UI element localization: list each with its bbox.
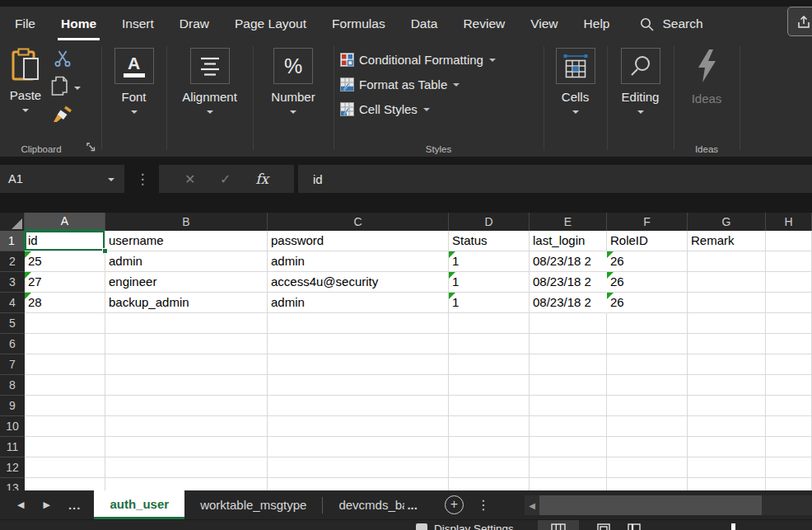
cell-E9[interactable] <box>530 396 607 416</box>
cell-C1[interactable]: password <box>268 231 449 251</box>
cell-B12[interactable] <box>105 457 268 478</box>
cell-A11[interactable] <box>25 437 105 457</box>
cell-A3[interactable]: 27 <box>25 272 105 293</box>
row-header-7[interactable]: 7 <box>0 354 25 375</box>
name-box[interactable]: A1 <box>0 165 124 193</box>
cell-styles-button[interactable]: Cell Styles <box>334 96 544 121</box>
cell-G1[interactable]: Remark <box>688 231 766 251</box>
cell-B8[interactable] <box>105 375 268 396</box>
cell-F11[interactable] <box>607 437 688 457</box>
menu-item-insert[interactable]: Insert <box>120 13 156 35</box>
cell-G3[interactable] <box>688 272 766 293</box>
cell-G9[interactable] <box>688 396 766 416</box>
cell-D4[interactable]: 1 <box>449 293 530 313</box>
insert-function-icon[interactable]: fx <box>255 171 268 187</box>
cell-E7[interactable] <box>530 354 607 375</box>
cell-D2[interactable]: 1 <box>449 251 530 272</box>
cell-G2[interactable] <box>688 251 766 272</box>
column-header-A[interactable]: A <box>25 213 105 231</box>
copy-button[interactable] <box>46 74 86 99</box>
row-header-10[interactable]: 10 <box>0 416 25 437</box>
cell-D11[interactable] <box>449 437 530 457</box>
cell-A1[interactable]: id <box>25 231 105 251</box>
cell-F5[interactable] <box>607 313 688 334</box>
row-header-9[interactable]: 9 <box>0 396 25 416</box>
font-group-button[interactable]: A Font <box>101 41 166 114</box>
cell-C4[interactable]: admin <box>268 293 449 313</box>
cell-F9[interactable] <box>607 396 688 416</box>
tab-more-dots-icon[interactable]: ⋮ <box>477 497 490 513</box>
column-header-C[interactable]: C <box>268 213 449 231</box>
cell-D1[interactable]: Status <box>449 231 530 251</box>
cell-G4[interactable] <box>688 293 766 313</box>
column-header-E[interactable]: E <box>530 213 607 231</box>
cell-C6[interactable] <box>268 334 449 354</box>
cell-B7[interactable] <box>105 354 268 375</box>
cell-H13[interactable] <box>766 478 812 490</box>
row-header-3[interactable]: 3 <box>0 272 25 293</box>
cell-A6[interactable] <box>25 334 105 354</box>
format-as-table-button[interactable]: Format as Table <box>334 72 544 96</box>
cell-C7[interactable] <box>268 354 449 375</box>
cell-H3[interactable] <box>766 272 812 293</box>
cell-A10[interactable] <box>25 416 105 437</box>
cell-B9[interactable] <box>105 396 268 416</box>
cell-G13[interactable] <box>688 478 766 490</box>
copy-dropdown-caret[interactable] <box>74 87 81 90</box>
column-header-H[interactable]: H <box>766 213 812 231</box>
cell-G5[interactable] <box>688 313 766 334</box>
cell-E4[interactable]: 08/23/18 2 <box>530 293 607 313</box>
cell-F1[interactable]: RoleID <box>607 231 688 251</box>
cell-B5[interactable] <box>105 313 268 334</box>
scrollbar-thumb[interactable] <box>539 495 762 515</box>
cell-H1[interactable] <box>766 231 812 251</box>
cell-F6[interactable] <box>607 334 688 354</box>
cell-B13[interactable] <box>105 478 268 490</box>
cell-E8[interactable] <box>530 375 607 396</box>
cell-C10[interactable] <box>268 416 449 437</box>
row-header-12[interactable]: 12 <box>0 457 25 478</box>
cell-F13[interactable] <box>607 478 688 490</box>
cell-F12[interactable] <box>607 457 688 478</box>
column-header-F[interactable]: F <box>607 213 688 231</box>
cell-H6[interactable] <box>766 334 812 354</box>
ideas-button[interactable]: Ideas <box>674 48 740 106</box>
format-painter-button[interactable] <box>48 102 77 127</box>
cell-E1[interactable]: last_login <box>530 231 607 251</box>
cells-group-button[interactable]: Cells <box>544 41 607 114</box>
sheet-tab-auth-user[interactable]: auth_user <box>94 490 184 519</box>
cell-C2[interactable]: admin <box>268 251 449 272</box>
cell-G8[interactable] <box>688 375 766 396</box>
cell-H8[interactable] <box>766 375 812 396</box>
zoom-slider-handle[interactable] <box>731 523 735 530</box>
column-header-D[interactable]: D <box>449 213 530 231</box>
cell-D7[interactable] <box>449 354 530 375</box>
cell-A5[interactable] <box>25 313 105 334</box>
display-settings-label[interactable]: Display Settings <box>434 523 514 530</box>
next-sheet-icon[interactable]: ▶ <box>43 500 49 510</box>
cell-F10[interactable] <box>607 416 688 437</box>
menu-item-formulas[interactable]: Formulas <box>330 13 387 35</box>
cell-H7[interactable] <box>766 354 812 375</box>
cell-B11[interactable] <box>105 437 268 457</box>
cell-B10[interactable] <box>105 416 268 437</box>
cell-C9[interactable] <box>268 396 449 416</box>
horizontal-scrollbar[interactable]: ◀ <box>525 495 812 515</box>
cell-F4[interactable]: 26 <box>607 293 688 313</box>
cell-F3[interactable]: 26 <box>607 272 688 293</box>
cell-G11[interactable] <box>688 437 766 457</box>
cells-dropdown-caret[interactable] <box>572 110 579 114</box>
sheet-nav-overflow-dots[interactable]: ... <box>68 498 82 512</box>
sheet-tab-worktable-msgtype[interactable]: worktable_msgtype <box>184 490 322 519</box>
cell-B2[interactable]: admin <box>105 251 268 272</box>
cell-G10[interactable] <box>688 416 766 437</box>
editing-group-button[interactable]: Editing <box>607 41 674 114</box>
cell-F8[interactable] <box>607 375 688 396</box>
cell-G12[interactable] <box>688 457 766 478</box>
prev-sheet-icon[interactable]: ◀ <box>17 500 24 510</box>
cell-C5[interactable] <box>268 313 449 334</box>
cell-A9[interactable] <box>25 396 105 416</box>
menu-item-home[interactable]: Home <box>59 13 98 35</box>
cell-D3[interactable]: 1 <box>449 272 530 293</box>
menu-item-help[interactable]: Help <box>582 13 612 35</box>
